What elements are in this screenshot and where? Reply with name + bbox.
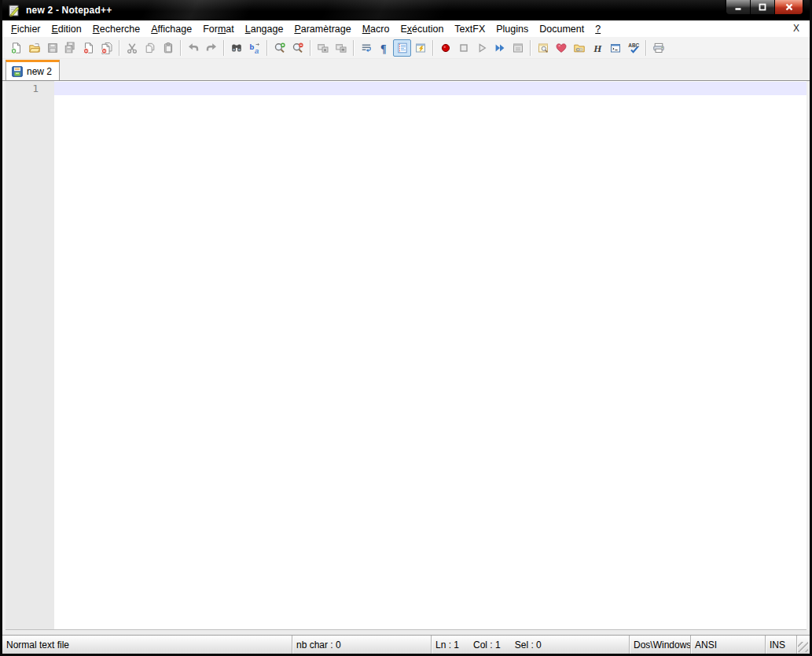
save-all-icon	[64, 42, 77, 54]
replace-button[interactable]: ba	[245, 39, 263, 57]
find-button[interactable]	[227, 39, 245, 57]
status-doc-type: Normal text file	[2, 636, 292, 654]
plugin-find-window-icon	[537, 42, 549, 54]
new-file-icon	[10, 42, 23, 54]
menu-item-fichier[interactable]: Fichier	[6, 22, 46, 36]
plugin-folder-link-icon	[573, 42, 586, 54]
cut-button	[123, 39, 141, 57]
svg-text:¶: ¶	[380, 42, 387, 54]
save-macro-button	[509, 39, 527, 57]
redo-button	[202, 39, 220, 57]
plugin-heart-icon	[555, 42, 568, 54]
menu-item-affichage[interactable]: Affichage	[145, 22, 197, 36]
window-controls	[726, 0, 803, 15]
replace-icon: ba	[248, 42, 261, 54]
menu-item-format[interactable]: Format	[197, 22, 240, 36]
status-insert-mode[interactable]: INS	[765, 636, 796, 654]
paste-button	[159, 39, 177, 57]
record-macro-button[interactable]	[436, 39, 454, 57]
tabbar: new 2	[2, 59, 810, 81]
sync-horizontal-scroll-icon	[335, 42, 347, 54]
find-icon	[230, 42, 243, 54]
copy-icon	[144, 42, 156, 54]
stop-macro-button	[454, 39, 472, 57]
status-encoding[interactable]: ANSI	[690, 636, 765, 654]
close-button[interactable]	[775, 0, 803, 14]
minimize-button[interactable]	[726, 0, 751, 14]
plugin-spell-check-button[interactable]: ABC	[624, 39, 642, 57]
plugin-html-export-button[interactable]: H	[588, 39, 606, 57]
paste-icon	[162, 42, 175, 54]
save-macro-icon	[512, 42, 524, 54]
plugin-heart-button[interactable]	[552, 39, 570, 57]
status-part: Col : 1	[473, 639, 501, 650]
undo-icon	[187, 42, 200, 54]
notepadpp-window: new 2 - Notepad++ FichierEditionRecherch…	[0, 0, 812, 656]
menu-item--[interactable]: ?	[590, 22, 606, 36]
show-all-characters-icon: ¶	[378, 42, 391, 54]
titlebar[interactable]: new 2 - Notepad++	[2, 0, 810, 20]
menubar: FichierEditionRechercheAffichageFormatLa…	[2, 20, 810, 37]
run-macro-multiple-icon	[494, 42, 506, 54]
toolbar: ba¶HABC	[2, 37, 810, 59]
toolbar-separator	[180, 40, 181, 56]
menu-item-document[interactable]: Document	[534, 22, 590, 36]
editor-text-area[interactable]	[54, 81, 806, 629]
plugin-find-window-button[interactable]	[534, 39, 552, 57]
close-document-button[interactable]	[79, 39, 97, 57]
toolbar-separator	[266, 40, 267, 56]
menu-item-plugins[interactable]: Plugins	[491, 22, 534, 36]
current-line-highlight	[54, 82, 806, 95]
editor: 1	[6, 81, 806, 630]
record-macro-icon	[439, 42, 452, 54]
saved-document-icon	[12, 66, 23, 77]
status-eol-format[interactable]: Dos\Windows	[629, 636, 690, 654]
word-wrap-icon	[360, 42, 373, 54]
menu-item-langage[interactable]: Langage	[240, 22, 289, 36]
plugin-folder-link-button[interactable]	[570, 39, 588, 57]
new-file-button[interactable]	[7, 39, 25, 57]
zoom-out-button[interactable]	[288, 39, 307, 57]
menu-item-macro[interactable]: Macro	[357, 22, 395, 36]
print-button[interactable]	[649, 39, 667, 57]
status-part: Sel : 0	[515, 639, 542, 650]
menu-item-ex-cution[interactable]: Exécution	[395, 22, 449, 36]
plugin-console-button[interactable]	[606, 39, 624, 57]
zoom-out-icon	[292, 42, 304, 54]
status-cursor-position: Ln : 1Col : 1Sel : 0	[431, 636, 629, 654]
save-all-button	[61, 39, 79, 57]
menu-item-recherche[interactable]: Recherche	[87, 22, 145, 36]
line-number-gutter: 1	[6, 81, 54, 629]
tab-new-2[interactable]: new 2	[6, 60, 60, 80]
sync-vertical-scroll-icon	[317, 42, 329, 54]
show-all-characters-button[interactable]: ¶	[375, 39, 393, 57]
toolbar-separator	[310, 40, 310, 56]
toolbar-separator	[353, 40, 354, 56]
save-icon	[46, 42, 59, 54]
save-button	[43, 39, 61, 57]
window-title: new 2 - Notepad++	[26, 5, 112, 16]
show-indent-guide-button[interactable]	[393, 39, 411, 57]
word-wrap-button[interactable]	[357, 39, 375, 57]
maximize-button[interactable]	[751, 0, 775, 14]
open-file-button[interactable]	[25, 39, 43, 57]
user-defined-dialog-icon	[414, 42, 427, 54]
svg-text:b: b	[249, 42, 254, 50]
menubar-close-button[interactable]: X	[790, 22, 803, 35]
play-macro-icon	[476, 42, 488, 54]
user-defined-dialog-button[interactable]	[411, 39, 429, 57]
tab-label: new 2	[27, 66, 52, 77]
menu-item-edition[interactable]: Edition	[46, 22, 87, 36]
cut-icon	[126, 42, 138, 54]
copy-button	[141, 39, 159, 57]
close-all-documents-button[interactable]	[97, 39, 116, 57]
zoom-in-button[interactable]	[270, 39, 288, 57]
statusbar: Normal text filenb char : 0Ln : 1Col : 1…	[2, 635, 810, 654]
resize-grip[interactable]	[796, 636, 810, 654]
undo-button	[184, 39, 202, 57]
stop-macro-icon	[457, 42, 470, 54]
run-macro-multiple-button[interactable]	[491, 39, 509, 57]
menu-item-param-trage[interactable]: Paramètrage	[288, 22, 356, 36]
notepadpp-app-icon[interactable]	[8, 4, 21, 17]
menu-item-textfx[interactable]: TextFX	[449, 22, 491, 36]
